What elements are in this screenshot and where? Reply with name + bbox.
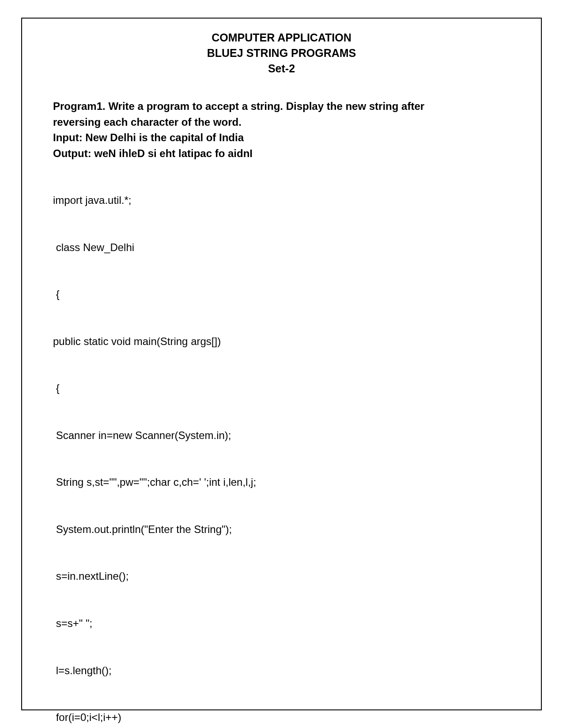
document-page: COMPUTER APPLICATION BLUEJ STRING PROGRA… (21, 18, 542, 710)
problem-input: Input: New Delhi is the capital of India (53, 130, 510, 146)
code-line: s=s+" "; (53, 615, 510, 631)
document-content: Program1. Write a program to accept a st… (53, 98, 510, 728)
problem-description: reversing each character of the word. (53, 114, 510, 130)
code-line: l=s.length(); (53, 663, 510, 679)
header-title-1: COMPUTER APPLICATION (53, 30, 510, 45)
code-block: import java.util.*; class New_Delhi { pu… (53, 161, 510, 728)
code-line: { (53, 286, 510, 302)
code-line: for(i=0;i<l;i++) (53, 709, 510, 725)
code-line: import java.util.*; (53, 192, 510, 208)
document-header: COMPUTER APPLICATION BLUEJ STRING PROGRA… (53, 30, 510, 76)
code-line: s=in.nextLine(); (53, 568, 510, 584)
problem-output: Output: weN ihleD si eht latipac fo aidn… (53, 146, 510, 161)
problem-title: Program1. Write a program to accept a st… (53, 98, 510, 114)
header-title-2: BLUEJ STRING PROGRAMS (53, 45, 510, 61)
code-line: System.out.println("Enter the String"); (53, 522, 510, 537)
code-line: { (53, 380, 510, 396)
code-line: String s,st="",pw="";char c,ch=' ';int i… (53, 474, 510, 490)
code-line: public static void main(String args[]) (53, 334, 510, 349)
code-line: Scanner in=new Scanner(System.in); (53, 428, 510, 443)
code-line: class New_Delhi (53, 240, 510, 255)
header-title-3: Set-2 (53, 61, 510, 76)
problem-statement: Program1. Write a program to accept a st… (53, 98, 510, 161)
